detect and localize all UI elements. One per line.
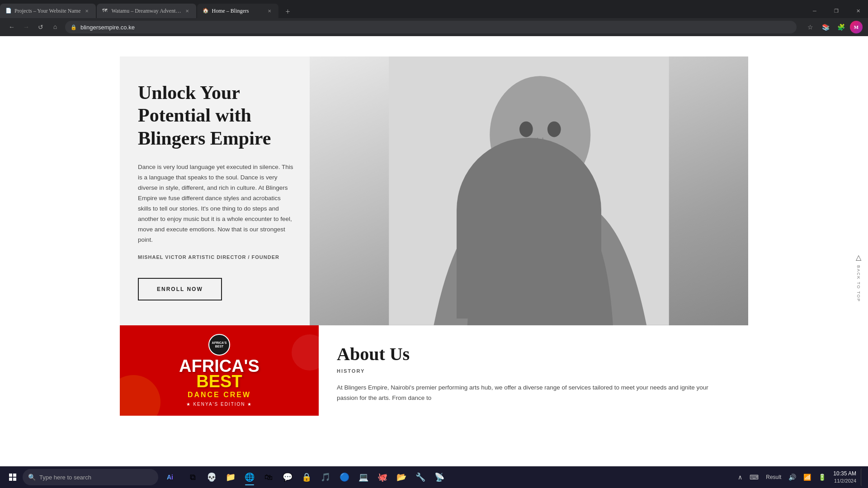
home-button[interactable]: ⌂	[49, 21, 61, 33]
vscode-icon: 💻	[358, 472, 369, 483]
tool1-icon: 🔧	[415, 472, 426, 483]
edge-icon: 🌐	[244, 472, 255, 483]
enroll-now-button[interactable]: ENROLL NOW	[138, 278, 222, 300]
result-label[interactable]: Result	[763, 468, 784, 486]
taskbar-app-vscode[interactable]: 💻	[354, 468, 373, 486]
skulls-icon: 💀	[206, 472, 217, 483]
volume-icon: 🔊	[788, 474, 796, 481]
discord-icon: 💬	[282, 472, 293, 483]
profile-avatar[interactable]: M	[850, 21, 863, 33]
svg-point-4	[547, 122, 561, 137]
svg-point-5	[524, 149, 557, 171]
browser-window: 📄 Projects – Your Website Name ✕ 🗺 Watam…	[0, 0, 868, 36]
hero-attribution: MISHAEL VICTOR ARTISTIC DIRECTOR / FOUND…	[138, 254, 294, 260]
gitkraken-icon: 🐙	[377, 472, 388, 483]
portrait-placeholder	[310, 56, 748, 325]
tab-watamu[interactable]: 🗺 Watamu – Dreamway Adventu… ✕	[97, 4, 196, 18]
explorer-icon: 📁	[225, 472, 236, 483]
hero-left: Unlock Your Potential with Blingers Empi…	[120, 56, 310, 325]
taskbar-app-tool2[interactable]: 📡	[430, 468, 448, 486]
collections-button[interactable]: 📚	[819, 21, 832, 33]
tab-favicon-3: 🏠	[203, 8, 209, 14]
date-display: 11/2/2024	[833, 478, 856, 484]
kenya-edition-text: ★ KENYA'S EDITION ★	[186, 402, 253, 407]
taskbar-app-explorer[interactable]: 📁	[222, 468, 240, 486]
tab-close-1[interactable]: ✕	[83, 7, 90, 14]
chevron-up-icon: ∧	[738, 474, 742, 481]
system-tray: ∧ ⌨ Result 🔊 📶 🔋 10:35 AM 11/2/2024	[735, 468, 864, 486]
restore-button[interactable]: ❐	[826, 4, 846, 18]
filezilla-icon: 📂	[396, 472, 407, 483]
time-display: 10:35 AM	[833, 470, 856, 478]
tab-title-3: Home – Blingers	[212, 8, 263, 14]
about-us-title: About Us	[337, 343, 730, 365]
taskbar-app-tool1[interactable]: 🔧	[411, 468, 429, 486]
logo-text: AFRICA'SBEST	[212, 341, 227, 348]
reload-button[interactable]: ↺	[34, 21, 47, 33]
add-tab-button[interactable]: +	[281, 5, 294, 18]
keyboard-indicator[interactable]: ⌨	[747, 468, 761, 486]
tab-projects[interactable]: 📄 Projects – Your Website Name ✕	[0, 4, 96, 18]
tab-blingers[interactable]: 🏠 Home – Blingers ✕	[197, 4, 278, 18]
taskbar-app-spotify[interactable]: 🎵	[316, 468, 335, 486]
address-bar: ← → ↺ ⌂ 🔒 blingersempire.co.ke ☆ 📚 🧩 M	[0, 18, 868, 36]
result-text: Result	[766, 474, 781, 480]
back-to-top-label: BACK TO TOP	[856, 265, 861, 302]
forward-button[interactable]: →	[20, 21, 33, 33]
svg-point-1	[490, 76, 590, 193]
clock[interactable]: 10:35 AM 11/2/2024	[830, 468, 859, 486]
portrait-svg	[310, 56, 748, 325]
taskbar: 🔍 Type here to search Ai ⧉ 💀 📁 🌐 🛍 💬 🔒 🎵	[0, 466, 868, 488]
taskbar-search-icon: 🔍	[28, 474, 36, 481]
show-hidden-icons[interactable]: ∧	[735, 468, 745, 486]
tab-close-3[interactable]: ✕	[266, 7, 273, 14]
lower-section: AFRICA'SBEST AFRICA'S BEST DANCE CREW ★ …	[120, 325, 748, 422]
bookmark-button[interactable]: ☆	[804, 21, 816, 33]
tab-bar: 📄 Projects – Your Website Name ✕ 🗺 Watam…	[0, 0, 868, 18]
time-block: 10:35 AM 11/2/2024	[833, 470, 856, 484]
back-to-top-arrow: △	[854, 253, 863, 263]
browser-actions: ☆ 📚 🧩 M	[804, 21, 863, 33]
hero-title: Unlock Your Potential with Blingers Empi…	[138, 81, 294, 150]
tab-close-2[interactable]: ✕	[184, 7, 191, 14]
africa-best-main-text: AFRICA'S BEST	[179, 358, 259, 389]
show-desktop[interactable]	[861, 468, 864, 486]
nav-buttons: ← → ↺ ⌂	[5, 21, 61, 33]
start-button[interactable]	[4, 468, 22, 486]
taskbar-app-taskview[interactable]: ⧉	[184, 468, 202, 486]
chrome-icon: 🔵	[339, 472, 350, 483]
url-bar[interactable]: 🔒 blingersempire.co.ke	[65, 21, 797, 33]
about-us-text: At Blingers Empire, Nairobi's premier pe…	[337, 383, 730, 404]
svg-point-3	[519, 122, 533, 137]
volume-control[interactable]: 🔊	[786, 468, 799, 486]
tab-title-1: Projects – Your Website Name	[14, 8, 80, 14]
africa-best-logo: AFRICA'SBEST	[208, 334, 230, 356]
hero-image	[310, 56, 748, 325]
svg-rect-2	[518, 185, 562, 213]
network-indicator[interactable]: 📶	[801, 468, 814, 486]
about-us-section: About Us HISTORY At Blingers Empire, Nai…	[319, 325, 748, 422]
taskbar-search-bar[interactable]: 🔍 Type here to search	[23, 469, 158, 485]
tab-favicon-1: 📄	[5, 8, 12, 14]
close-button[interactable]: ✕	[848, 4, 868, 18]
taskbar-app-store[interactable]: 🛍	[259, 468, 278, 486]
back-button[interactable]: ←	[5, 21, 18, 33]
vpn-icon: 🔒	[301, 472, 312, 483]
taskbar-app-chrome[interactable]: 🔵	[335, 468, 354, 486]
taskbar-app-filezilla[interactable]: 📂	[392, 468, 410, 486]
taskbar-app-discord[interactable]: 💬	[278, 468, 297, 486]
taskbar-app-skulls[interactable]: 💀	[203, 468, 221, 486]
taskbar-ai-button[interactable]: Ai	[161, 468, 179, 486]
battery-indicator[interactable]: 🔋	[816, 468, 829, 486]
minimize-button[interactable]: ─	[805, 4, 825, 18]
back-to-top[interactable]: △ BACK TO TOP	[854, 253, 863, 302]
hero-description: Dance is very loud language yet executed…	[138, 162, 294, 245]
store-icon: 🛍	[263, 472, 274, 483]
extensions-button[interactable]: 🧩	[835, 21, 847, 33]
hero-section: Unlock Your Potential with Blingers Empi…	[120, 56, 748, 325]
taskbar-app-gitkraken[interactable]: 🐙	[373, 468, 392, 486]
taskbar-app-vpn[interactable]: 🔒	[297, 468, 316, 486]
taskbar-app-edge[interactable]: 🌐	[241, 468, 259, 486]
spotify-icon: 🎵	[320, 472, 331, 483]
about-us-subtitle: HISTORY	[337, 368, 730, 374]
